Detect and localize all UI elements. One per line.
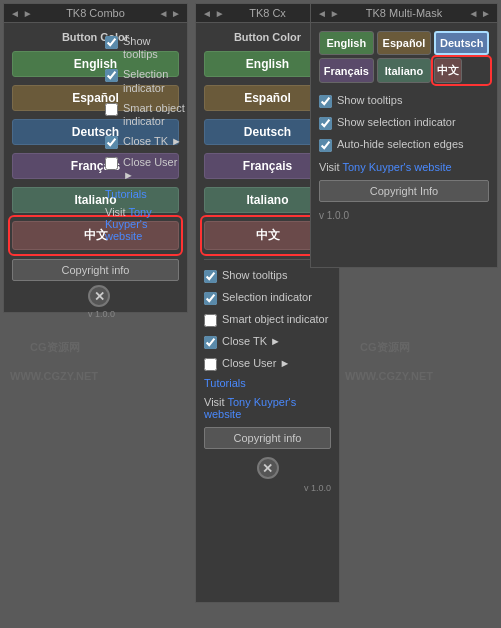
combo-close-area: ✕ v 1.0.0 — [88, 285, 115, 319]
watermark-5: CG资源网 — [360, 340, 410, 355]
cx-title: TK8 Cx — [249, 7, 286, 19]
combo-close-btn[interactable]: ✕ — [88, 285, 110, 307]
cx-close-tk-check[interactable] — [204, 336, 217, 349]
watermark-1: CG资源网 — [30, 340, 80, 355]
cx-show-tooltips-row: Show tooltips — [204, 269, 331, 283]
mm-copyright-btn[interactable]: Copyright Info — [319, 180, 489, 202]
combo-show-tooltips-check[interactable] — [105, 36, 118, 49]
combo-smart-object-row: Smart object indicator — [105, 102, 185, 128]
mm-zhongwen-btn[interactable]: 中文 — [434, 58, 462, 83]
cx-tony-link[interactable]: Tony Kuyper's website — [204, 396, 296, 420]
cx-close-tk-label: Close TK ► — [222, 335, 281, 348]
cx-show-tooltips-label: Show tooltips — [222, 269, 287, 282]
combo-close-user-row: Close User ► — [105, 156, 185, 182]
mm-autohide-label: Auto-hide selection edges — [337, 138, 464, 151]
mm-english-btn[interactable]: English — [319, 31, 374, 55]
combo-close-tk-label: Close TK ► — [123, 135, 182, 148]
combo-options: Show tooltips Selection indicator Smart … — [100, 28, 190, 247]
cx-close-area: ✕ — [204, 457, 331, 479]
cx-close-user-row: Close User ► — [204, 357, 331, 371]
mm-tony-link[interactable]: Tony Kuyper's website — [342, 161, 451, 173]
mm-footer: v 1.0.0 — [319, 210, 489, 221]
cx-selection-indicator-row: Selection indicator — [204, 291, 331, 305]
combo-title: TK8 Combo — [66, 7, 125, 19]
combo-tony-link[interactable]: Tony Kuyper's website — [105, 206, 152, 242]
combo-close-arrows[interactable]: ◄ ► — [158, 8, 181, 19]
combo-smart-object-label: Smart object indicator — [123, 102, 185, 128]
cx-show-tooltips-check[interactable] — [204, 270, 217, 283]
mm-lang-grid: English Español Deutsch Français Italian… — [319, 31, 489, 83]
mm-show-tooltips-row: Show tooltips — [319, 94, 489, 108]
combo-show-tooltips-row: Show tooltips — [105, 35, 185, 61]
cx-selection-indicator-label: Selection indicator — [222, 291, 312, 304]
mm-deutsch-btn[interactable]: Deutsch — [434, 31, 489, 55]
mm-show-tooltips-label: Show tooltips — [337, 94, 402, 107]
mm-title: TK8 Multi-Mask — [366, 7, 442, 19]
combo-move-arrows[interactable]: ◄ ► — [10, 8, 33, 19]
combo-visit-text: Visit Tony Kuyper's website — [105, 206, 185, 242]
cx-smart-object-row: Smart object indicator — [204, 313, 331, 327]
mm-autohide-check[interactable] — [319, 139, 332, 152]
cx-version: v 1.0.0 — [204, 483, 331, 493]
watermark-6: WWW.CGZY.NET — [345, 370, 433, 382]
combo-copyright-btn[interactable]: Copyright info — [12, 259, 179, 281]
combo-close-user-check[interactable] — [105, 157, 118, 170]
watermark-2: WWW.CGZY.NET — [10, 370, 98, 382]
cx-close-user-label: Close User ► — [222, 357, 290, 370]
combo-close-tk-check[interactable] — [105, 136, 118, 149]
mm-move-arrows[interactable]: ◄ ► — [317, 8, 340, 19]
mm-show-selection-label: Show selection indicator — [337, 116, 456, 129]
mm-version: v 1.0.0 — [319, 210, 349, 221]
combo-tutorials-link[interactable]: Tutorials — [105, 188, 185, 200]
cx-selection-indicator-check[interactable] — [204, 292, 217, 305]
combo-close-user-label: Close User ► — [123, 156, 185, 182]
cx-move-arrows[interactable]: ◄ ► — [202, 8, 225, 19]
mm-show-selection-check[interactable] — [319, 117, 332, 130]
multimask-panel: ◄ ► TK8 Multi-Mask ◄ ► English Español D… — [310, 3, 498, 268]
mm-show-selection-row: Show selection indicator — [319, 116, 489, 130]
cx-close-btn[interactable]: ✕ — [257, 457, 279, 479]
combo-selection-indicator-row: Selection indicator — [105, 68, 185, 94]
cx-smart-object-label: Smart object indicator — [222, 313, 328, 326]
mm-autohide-row: Auto-hide selection edges — [319, 138, 489, 152]
cx-visit-text: Visit Tony Kuyper's website — [204, 396, 331, 420]
mm-content: English Español Deutsch Français Italian… — [311, 23, 497, 267]
cx-smart-object-check[interactable] — [204, 314, 217, 327]
combo-smart-object-check[interactable] — [105, 103, 118, 116]
cx-tutorials-link[interactable]: Tutorials — [204, 377, 331, 389]
cx-close-user-check[interactable] — [204, 358, 217, 371]
mm-espanol-btn[interactable]: Español — [377, 31, 432, 55]
mm-visit-text: Visit Tony Kuyper's website — [319, 161, 489, 173]
mm-show-tooltips-check[interactable] — [319, 95, 332, 108]
mm-francais-btn[interactable]: Français — [319, 58, 374, 83]
combo-version: v 1.0.0 — [88, 309, 115, 319]
combo-selection-indicator-check[interactable] — [105, 69, 118, 82]
combo-show-tooltips-label: Show tooltips — [123, 35, 185, 61]
mm-italiano-btn[interactable]: Italiano — [377, 58, 432, 83]
combo-title-bar: ◄ ► TK8 Combo ◄ ► — [4, 4, 187, 23]
mm-zhongwen-wrapper: 中文 — [434, 58, 489, 83]
combo-close-tk-row: Close TK ► — [105, 135, 185, 149]
mm-title-bar: ◄ ► TK8 Multi-Mask ◄ ► — [311, 4, 497, 23]
combo-selection-indicator-label: Selection indicator — [123, 68, 185, 94]
cx-close-tk-row: Close TK ► — [204, 335, 331, 349]
cx-copyright-btn[interactable]: Copyright info — [204, 427, 331, 449]
mm-close-arrows[interactable]: ◄ ► — [468, 8, 491, 19]
